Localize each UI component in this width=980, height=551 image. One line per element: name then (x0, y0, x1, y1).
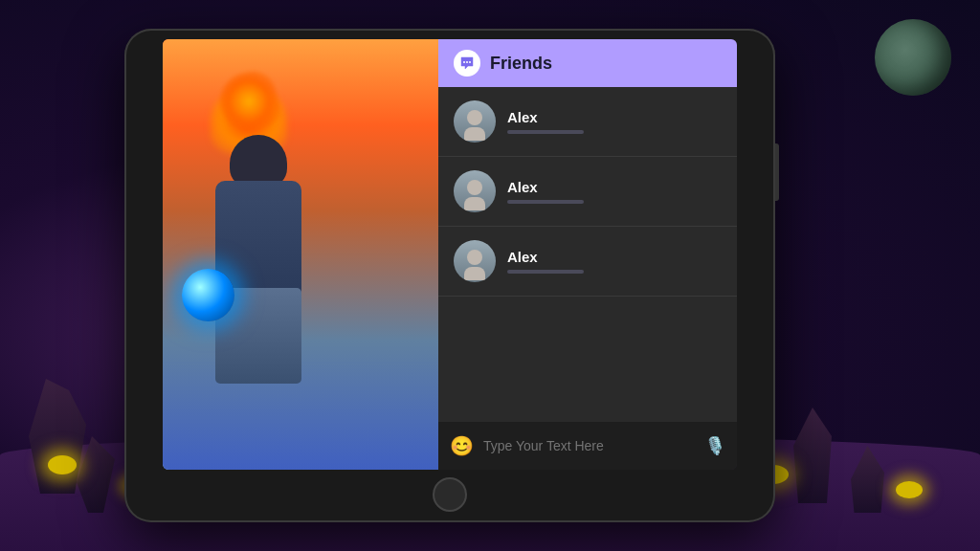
avatar-body (464, 267, 485, 280)
friend-name: Alex (507, 179, 722, 195)
chat-panel: Friends Alex (438, 39, 737, 470)
chat-bubble-icon (454, 50, 480, 77)
avatar-body (464, 127, 485, 141)
avatar-head (467, 250, 482, 265)
planet-decoration (875, 19, 951, 96)
character-orb (182, 269, 234, 321)
svg-point-0 (463, 61, 465, 63)
emoji-button[interactable]: 😊 (450, 434, 474, 457)
glow-orb-1 (48, 455, 77, 474)
svg-point-2 (469, 61, 471, 63)
friend-status-bar (507, 200, 584, 204)
friend-item[interactable]: Alex (438, 227, 737, 297)
game-art-panel (163, 39, 479, 470)
friend-info: Alex (507, 109, 722, 134)
friend-info: Alex (507, 249, 722, 274)
glow-orb-3 (896, 481, 923, 498)
game-character (172, 106, 383, 470)
friend-item[interactable]: Alex (438, 157, 737, 227)
friend-status-bar (507, 270, 584, 274)
avatar-body (464, 197, 485, 210)
avatar (454, 240, 496, 282)
rock-1 (29, 379, 86, 494)
mic-button[interactable]: 🎙️ (704, 435, 725, 456)
friend-item[interactable]: Alex (438, 87, 737, 157)
avatar-head (467, 110, 482, 125)
tablet-home-button[interactable] (433, 477, 467, 512)
tablet-screen: Friends Alex (163, 39, 737, 470)
friends-header: Friends (438, 39, 737, 87)
friend-info: Alex (507, 179, 722, 204)
friends-title: Friends (490, 54, 552, 74)
friend-name: Alex (507, 249, 722, 265)
message-bar: 😊 🎙️ (438, 422, 737, 470)
character-head (230, 135, 287, 187)
friend-name: Alex (507, 109, 722, 125)
friend-list: Alex Alex (438, 87, 737, 417)
tablet-device: Friends Alex (124, 29, 775, 522)
avatar (454, 170, 496, 212)
svg-point-1 (466, 61, 468, 63)
message-input[interactable] (483, 430, 695, 461)
tablet-power-button[interactable] (775, 143, 779, 201)
friend-status-bar (507, 130, 584, 134)
avatar (454, 100, 496, 143)
avatar-head (467, 180, 482, 195)
